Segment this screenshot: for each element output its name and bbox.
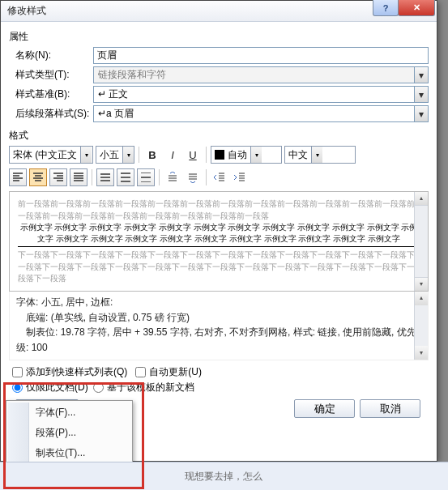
style-description: 字体: 小五, 居中, 边框: 底端: (单实线, 自动设置, 0.75 磅 行… (9, 292, 429, 360)
template-radio[interactable]: 基于该模板的新文档 (93, 381, 194, 394)
chevron-down-icon[interactable]: ▾ (414, 106, 428, 121)
help-button[interactable]: ? (373, 0, 399, 16)
preview-scrollbar[interactable]: ▴ ▾ (414, 192, 428, 291)
bold-button[interactable]: B (143, 146, 161, 164)
only-doc-radio[interactable]: 仅限此文档(D) (12, 381, 88, 394)
font-family-combo[interactable]: 宋体 (中文正文 ▾ (9, 146, 93, 164)
desc-scrollbar[interactable]: ▴ ▾ (414, 292, 428, 360)
radio-icon[interactable] (12, 382, 23, 393)
indent-inc-button[interactable] (231, 168, 249, 186)
dialog-content: 属性 名称(N): 样式类型(T): 链接段落和字符 ▾ 样式基准(B): ↵ … (1, 22, 437, 424)
dialog-title: 修改样式 (7, 4, 46, 18)
name-input[interactable] (93, 47, 429, 64)
scroll-up-icon[interactable]: ▴ (415, 292, 428, 305)
close-button[interactable]: ✕ (398, 0, 435, 16)
italic-button[interactable]: I (164, 146, 181, 164)
checkbox-icon[interactable] (12, 367, 23, 377)
font-color-combo[interactable]: 自动 ▾ (211, 146, 282, 164)
chevron-down-icon[interactable]: ▾ (414, 87, 428, 102)
menu-paragraph[interactable]: 段落(P)... (8, 423, 130, 443)
row-follow: 后续段落样式(S): ↵a 页眉 ▾ (9, 105, 429, 122)
based-value: ↵ 正文 (94, 87, 414, 101)
menu-font[interactable]: 字体(F)... (8, 403, 130, 423)
menu-tabs[interactable]: 制表位(T)... (8, 443, 130, 463)
type-value: 链接段落和字符 (94, 68, 414, 82)
name-label: 名称(N): (9, 49, 93, 62)
space-before-dec-button[interactable] (184, 168, 202, 186)
chevron-down-icon[interactable]: ▾ (414, 67, 428, 83)
checkbox-icon[interactable] (135, 367, 146, 377)
add-quick-checkbox[interactable]: 添加到快速样式列表(Q) (12, 365, 127, 379)
divider (159, 169, 160, 185)
chevron-down-icon[interactable]: ▾ (80, 147, 92, 163)
align-center-button[interactable] (29, 168, 47, 186)
based-combo[interactable]: ↵ 正文 ▾ (93, 86, 429, 103)
paragraph-toolbar (9, 168, 429, 186)
row-type: 样式类型(T): 链接段落和字符 ▾ (9, 66, 429, 83)
line-spacing-2-button[interactable] (137, 168, 155, 186)
checkbox-row: 添加到快速样式列表(Q) 自动更新(U) (12, 365, 429, 379)
line-spacing-15-button[interactable] (117, 168, 134, 186)
format-label: 格式 (9, 129, 429, 143)
based-label: 样式基准(B): (9, 87, 93, 101)
ok-button[interactable]: 确定 (294, 399, 355, 418)
font-size-value: 小五 (96, 148, 122, 162)
scroll-down-icon[interactable]: ▾ (415, 277, 428, 291)
auto-update-label: 自动更新(U) (149, 365, 202, 379)
type-combo[interactable]: 链接段落和字符 ▾ (93, 66, 429, 83)
follow-combo[interactable]: ↵a 页眉 ▾ (93, 105, 429, 122)
font-family-value: 宋体 (中文正文 (10, 148, 80, 162)
background-window: 现想要去掉，怎么 (0, 462, 448, 490)
window-buttons: ? ✕ (373, 0, 435, 16)
font-color-value: 自动 (211, 148, 250, 162)
space-before-inc-button[interactable] (164, 168, 181, 186)
line-spacing-1-button[interactable] (96, 168, 114, 186)
desc-line-3: 制表位: 19.78 字符, 居中 + 39.55 字符, 右对齐, 不对齐到网… (16, 325, 423, 355)
follow-label: 后续段落样式(S): (9, 107, 93, 121)
divider (139, 147, 139, 163)
preview-pane: 前一段落前一段落前一段落前一段落前一段落前一段落前一段落前一段落前一段落前一段落… (9, 191, 429, 292)
preview-rule (18, 246, 420, 247)
modify-style-dialog: 修改样式 ? ✕ 属性 名称(N): 样式类型(T): 链接段落和字符 ▾ 样式… (0, 0, 437, 462)
background-text: 现想要去掉，怎么 (185, 470, 262, 484)
lang-combo[interactable]: 中文 ▾ (284, 146, 356, 164)
scroll-up-icon[interactable]: ▴ (415, 192, 428, 206)
color-swatch-icon (215, 150, 224, 160)
template-label: 基于该模板的新文档 (107, 381, 194, 394)
divider (206, 169, 207, 185)
attributes-label: 属性 (9, 30, 429, 44)
add-quick-label: 添加到快速样式列表(Q) (26, 365, 127, 379)
scroll-down-icon[interactable]: ▾ (415, 346, 428, 360)
chevron-down-icon[interactable]: ▾ (122, 147, 134, 163)
row-based: 样式基准(B): ↵ 正文 ▾ (9, 86, 429, 103)
chevron-down-icon[interactable]: ▾ (250, 147, 262, 163)
lang-value: 中文 (285, 148, 311, 162)
divider (92, 169, 92, 185)
align-left-button[interactable] (9, 168, 27, 186)
row-name: 名称(N): (9, 47, 429, 64)
chevron-down-icon[interactable]: ▾ (311, 147, 322, 163)
cancel-button[interactable]: 取消 (360, 399, 420, 418)
preview-series: 示例文字 示例文字 示例文字 示例文字 示例文字 示例文字 示例文字 示例文字 … (18, 222, 420, 245)
align-right-button[interactable] (49, 168, 67, 186)
only-doc-label: 仅限此文档(D) (26, 381, 88, 394)
follow-value: ↵a 页眉 (94, 107, 414, 121)
titlebar[interactable]: 修改样式 ? ✕ (1, 1, 437, 22)
font-size-combo[interactable]: 小五 ▾ (96, 146, 134, 164)
desc-line-2: 底端: (单实线, 自动设置, 0.75 磅 行宽) (16, 310, 423, 326)
indent-dec-button[interactable] (211, 168, 228, 186)
auto-update-checkbox[interactable]: 自动更新(U) (135, 365, 202, 379)
font-toolbar: 宋体 (中文正文 ▾ 小五 ▾ B I U 自动 ▾ 中文 ▾ (9, 146, 429, 164)
underline-button[interactable]: U (184, 146, 202, 164)
radio-icon[interactable] (93, 382, 104, 393)
align-justify-button[interactable] (70, 168, 87, 186)
preview-gray-after: 下一段落下一段落下一段落下一段落下一段落下一段落下一段落下一段落下一段落下一段落… (18, 249, 420, 285)
preview-gray-before: 前一段落前一段落前一段落前一段落前一段落前一段落前一段落前一段落前一段落前一段落… (18, 198, 420, 222)
radio-row: 仅限此文档(D) 基于该模板的新文档 (12, 381, 429, 394)
divider (206, 147, 207, 163)
type-label: 样式类型(T): (9, 68, 93, 82)
desc-line-1: 字体: 小五, 居中, 边框: (16, 295, 423, 310)
